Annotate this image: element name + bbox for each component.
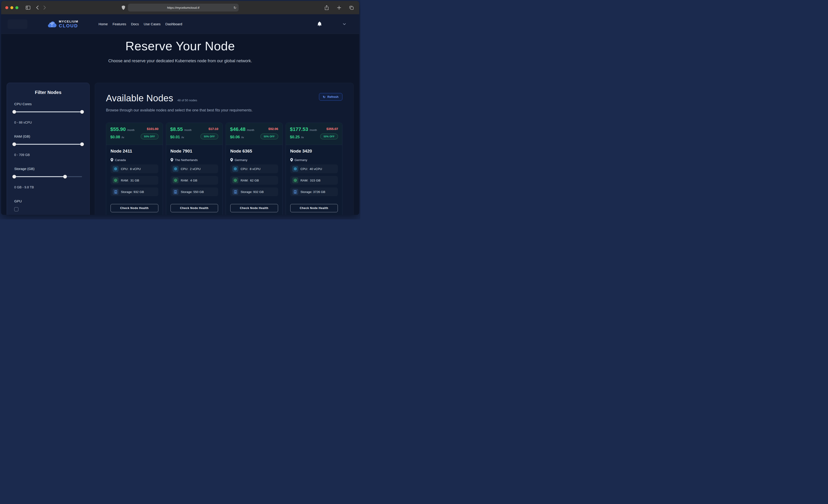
slider-handle-min[interactable] [12, 142, 16, 146]
cpu-label: CPU: [181, 167, 188, 171]
ram-spec-row: RAM: 4 GB [170, 176, 218, 185]
brand-logo[interactable]: MYCELIUM CLOUD [47, 20, 78, 28]
location-pin-icon [111, 158, 113, 162]
node-card-body: Node 2411 Canada CPU: 8 vCPU RAM: 31 GB [106, 145, 163, 215]
nav-link-docs[interactable]: Docs [131, 22, 139, 26]
cpu-value: 2 vCPU [190, 167, 201, 171]
window-controls [5, 6, 18, 9]
node-card: $177.53 /month $0.25 /hr $355.07 50% OFF… [286, 123, 343, 215]
node-pricing-header: $177.53 /month $0.25 /hr $355.07 50% OFF [286, 123, 342, 145]
chevron-down-icon [343, 23, 346, 25]
refresh-icon: ↻ [323, 95, 326, 98]
slider-handle-max[interactable] [80, 142, 84, 146]
check-node-health-button[interactable]: Check Node Health [170, 204, 218, 212]
tab-overview-button[interactable] [348, 4, 355, 11]
share-button[interactable] [323, 4, 330, 11]
new-tab-button[interactable] [335, 4, 343, 11]
gpu-checkbox[interactable] [14, 207, 18, 211]
nodes-section-title: Available Nodes [106, 93, 173, 103]
per-hour-unit: /hr [122, 136, 124, 139]
loading-placeholder [8, 19, 27, 29]
node-pricing-header: $55.90 /month $0.08 /hr $101.80 50% OFF [106, 123, 163, 145]
privacy-shield-icon[interactable] [122, 5, 125, 10]
discount-badge: 50% OFF [141, 133, 159, 139]
per-month-unit: /month [127, 129, 134, 131]
cpu-value: 8 vCPU [130, 167, 141, 171]
slider-handle-min[interactable] [12, 175, 16, 178]
storage-label: Storage: [181, 190, 193, 194]
node-location: The Netherlands [175, 158, 198, 162]
back-button[interactable] [34, 4, 41, 11]
slider-handle-max[interactable] [80, 110, 84, 114]
sidebar-toggle-button[interactable] [24, 4, 32, 11]
cpu-range-text: 0 - 88 vCPU [14, 121, 82, 124]
ram-filter-label: RAM (GB) [14, 134, 82, 138]
nav-link-home[interactable]: Home [98, 22, 108, 26]
address-bar[interactable]: https://myceliumcloud.tf ↻ [128, 4, 239, 11]
browser-window: https://myceliumcloud.tf ↻ [1, 1, 359, 215]
forward-icon [43, 5, 46, 10]
storage-spec-row: Storage: 932 GB [230, 187, 278, 196]
slider-handle-min[interactable] [12, 110, 16, 114]
fullscreen-window-button[interactable] [15, 6, 18, 9]
ram-label: RAM: [181, 179, 189, 182]
cpu-spec-row: CPU: 8 vCPU [230, 165, 278, 173]
cpu-label: CPU: [241, 167, 248, 171]
forward-button[interactable] [41, 4, 48, 11]
close-window-button[interactable] [5, 6, 8, 9]
cpu-icon [292, 166, 298, 172]
original-price: $17.10 [208, 127, 218, 131]
storage-icon [113, 189, 119, 195]
node-card-body: Node 6365 Germany CPU: 8 vCPU RAM: 62 GB [226, 145, 282, 215]
ram-range-slider[interactable] [14, 142, 82, 146]
cpu-range-slider[interactable] [14, 110, 82, 114]
minimize-window-button[interactable] [10, 6, 13, 9]
notifications-button[interactable] [317, 22, 322, 27]
navbar-actions [317, 22, 346, 27]
storage-range-slider[interactable] [14, 175, 82, 178]
storage-spec-row: Storage: 932 GB [111, 187, 158, 196]
ram-value: 4 GB [190, 179, 197, 182]
node-location: Canada [115, 158, 126, 162]
slider-handle-max[interactable] [63, 175, 67, 178]
storage-icon [173, 189, 178, 195]
cpu-spec-row: CPU: 40 vCPU [290, 165, 338, 173]
page-subtitle: Choose and reserve your dedicated Kubern… [1, 58, 359, 64]
nodes-section-subtitle: Browse through our available nodes and s… [106, 108, 342, 112]
webpage: MYCELIUM CLOUD HomeFeaturesDocsUse Cases… [1, 14, 359, 215]
account-menu-button[interactable] [343, 23, 346, 25]
per-month-unit: /month [184, 129, 192, 131]
nav-link-dashboard[interactable]: Dashboard [165, 22, 182, 26]
slider-fill [14, 144, 82, 145]
available-nodes-panel: Available Nodes 48 of 50 nodes ↻ Refresh… [95, 83, 354, 215]
nav-link-features[interactable]: Features [113, 22, 126, 26]
node-name: Node 3420 [290, 149, 338, 154]
reload-icon[interactable]: ↻ [234, 6, 237, 9]
slider-fill [14, 176, 65, 177]
nodes-count: 48 of 50 nodes [177, 98, 197, 102]
check-node-health-button[interactable]: Check Node Health [230, 204, 278, 212]
ram-value: 315 GB [310, 179, 321, 182]
per-month-unit: /month [309, 129, 317, 131]
node-card: $46.48 /month $0.06 /hr $92.96 50% OFF N… [226, 123, 283, 215]
cpu-label: CPU: [301, 167, 308, 171]
node-name: Node 6365 [230, 149, 278, 154]
cpu-filter-label: CPU Cores [14, 102, 82, 106]
browser-toolbar: https://myceliumcloud.tf ↻ [1, 1, 359, 14]
per-hour-unit: /hr [301, 136, 304, 139]
nav-link-use-cases[interactable]: Use Cases [143, 22, 160, 26]
node-location: Germany [235, 158, 248, 162]
check-node-health-button[interactable]: Check Node Health [290, 204, 338, 212]
bell-icon [317, 22, 322, 27]
storage-icon [292, 189, 298, 195]
filter-group-cpu: CPU Cores 0 - 88 vCPU [14, 102, 82, 124]
check-node-health-button[interactable]: Check Node Health [111, 204, 158, 212]
storage-value: 932 GB [133, 190, 144, 194]
per-hour-unit: /hr [241, 136, 244, 139]
node-pricing-header: $46.48 /month $0.06 /hr $92.96 50% OFF [226, 123, 282, 145]
original-price: $92.96 [268, 127, 278, 131]
refresh-button[interactable]: ↻ Refresh [319, 93, 342, 100]
ram-spec-row: RAM: 315 GB [290, 176, 338, 185]
price-per-month: $8.55 [170, 126, 183, 132]
ram-icon [113, 177, 119, 183]
